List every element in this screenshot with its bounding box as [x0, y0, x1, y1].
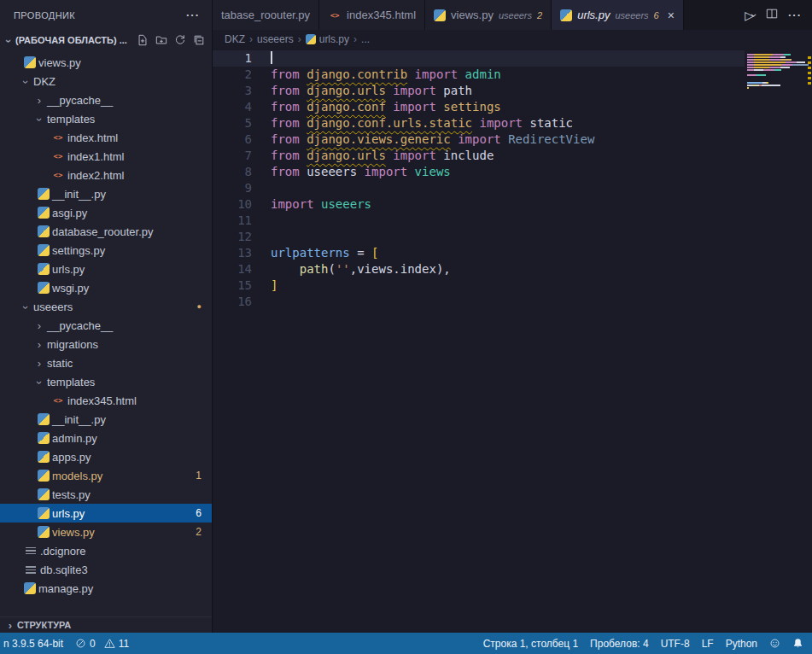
line-number: 14 — [213, 261, 252, 277]
tree-item-label: urls.py — [52, 507, 85, 520]
line-number: 11 — [213, 213, 252, 229]
python-interpreter[interactable]: n 3.9.5 64-bit — [3, 638, 63, 650]
close-icon[interactable]: × — [668, 9, 675, 22]
breadcrumb-item-useeers[interactable]: useeers — [257, 33, 294, 45]
tree-folder-__pycache__[interactable]: ›__pycache__ — [0, 316, 212, 335]
tab-index345.html[interactable]: <>index345.html — [319, 0, 425, 30]
editor-actions: ▷ › ··· — [734, 0, 812, 30]
new-file-icon[interactable] — [137, 34, 149, 46]
breadcrumb-item-DKZ[interactable]: DKZ — [225, 33, 245, 45]
code-line: 5from django.conf.urls.static import sta… — [213, 115, 745, 131]
tab-urls.py[interactable]: urls.pyuseeers6× — [552, 0, 684, 30]
tree-item-label: settings.py — [52, 244, 105, 257]
tree-item-wsgi.py[interactable]: wsgi.py — [0, 278, 212, 297]
refresh-icon[interactable] — [174, 34, 186, 46]
tree-item-__init__.py[interactable]: __init__.py — [0, 410, 212, 429]
minimap-token — [769, 67, 780, 68]
tree-item-label: .dcignore — [40, 545, 85, 558]
run-dropdown-icon[interactable]: › — [748, 14, 760, 17]
tree-item-label: database_roouter.py — [52, 225, 154, 238]
tree-item-manage.py[interactable]: manage.py — [0, 579, 212, 598]
tree-item-__init__.py[interactable]: __init__.py — [0, 184, 212, 203]
minimap-token — [747, 61, 754, 63]
line-number: 2 — [213, 67, 252, 83]
tree-item-urls.py[interactable]: urls.py — [0, 260, 212, 278]
tree-item-index2.html[interactable]: <>index2.html — [0, 166, 212, 184]
new-folder-icon[interactable] — [155, 34, 167, 46]
language-label: Python — [726, 638, 757, 650]
explorer-more-icon[interactable]: ··· — [186, 9, 200, 21]
tree-folder-useeers[interactable]: ›useeers● — [0, 297, 212, 316]
tree-item-asgi.py[interactable]: asgi.py — [0, 203, 212, 222]
code-token: [ — [371, 246, 378, 260]
tab-tabase_roouter.py[interactable]: tabase_roouter.py — [213, 0, 319, 30]
code-token: from — [271, 165, 307, 178]
breadcrumb-separator: › — [249, 33, 253, 45]
vscode-window: ПРОВОДНИК ··· › (РАБОЧАЯ ОБЛАСТЬ) ... vi… — [0, 0, 812, 654]
feedback-icon[interactable] — [769, 638, 780, 649]
tabs: tabase_roouter.py<>index345.htmlviews.py… — [213, 0, 684, 30]
html-file-icon: <> — [51, 171, 65, 179]
tree-item-views.py[interactable]: views.py — [0, 53, 212, 72]
tree-item-apps.py[interactable]: apps.py — [0, 447, 212, 466]
split-editor-icon[interactable] — [766, 8, 778, 23]
tree-item-settings.py[interactable]: settings.py — [0, 241, 212, 260]
code-line: 11 — [213, 213, 745, 229]
indentation-setting[interactable]: Пробелов: 4 — [590, 638, 649, 650]
tree-item-index.html[interactable]: <>index.html — [0, 128, 212, 147]
line-content: import useeers — [252, 196, 371, 213]
code-token: import — [386, 100, 443, 114]
tree-folder-DKZ[interactable]: ›DKZ — [0, 72, 212, 91]
breadcrumb-item-urls.py[interactable]: urls.py — [306, 33, 349, 45]
code-token: admin — [465, 67, 501, 81]
tree-item-tests.py[interactable]: tests.py — [0, 485, 212, 504]
tree-folder-__pycache__[interactable]: ›__pycache__ — [0, 91, 212, 109]
tree-item-models.py[interactable]: models.py1 — [0, 466, 212, 485]
workspace-section-header[interactable]: › (РАБОЧАЯ ОБЛАСТЬ) ... — [0, 30, 212, 50]
line-content: from django.conf import settings — [252, 99, 501, 115]
tree-item-db.sqlite3[interactable]: db.sqlite3 — [0, 560, 212, 579]
encoding-setting[interactable]: UTF-8 — [661, 638, 690, 650]
language-mode[interactable]: Python — [726, 638, 757, 650]
tree-item-admin.py[interactable]: admin.py — [0, 429, 212, 447]
code-token: useeers — [307, 165, 357, 178]
tree-item-urls.py[interactable]: urls.py6 — [0, 504, 212, 523]
code-token: from — [271, 149, 307, 162]
tree-item-label: DKZ — [33, 75, 55, 88]
code-token: static — [529, 116, 573, 130]
tree-item-views.py[interactable]: views.py2 — [0, 523, 212, 541]
tree-item-.dcignore[interactable]: .dcignore — [0, 541, 212, 560]
tab-views.py[interactable]: views.pyuseeers2 — [425, 0, 552, 30]
cursor-position[interactable]: Строка 1, столбец 1 — [483, 638, 578, 650]
minimap[interactable] — [745, 49, 812, 633]
warning-tick — [808, 72, 811, 74]
tree-folder-static[interactable]: ›static — [0, 353, 212, 372]
eol-setting[interactable]: LF — [702, 638, 714, 650]
minimap-line — [747, 74, 812, 76]
tree-item-label: tests.py — [52, 488, 91, 501]
eol-label: LF — [702, 638, 714, 650]
minimap-line — [747, 54, 812, 55]
code-line: 8from useeers import views — [213, 164, 745, 180]
outline-section-header[interactable]: › СТРУКТУРА — [0, 616, 212, 633]
editor-more-icon[interactable]: ··· — [788, 9, 802, 21]
notifications-bell-icon[interactable] — [792, 638, 803, 649]
tree-item-database_roouter.py[interactable]: database_roouter.py — [0, 222, 212, 241]
minimap-token — [767, 82, 768, 84]
editor-group: tabase_roouter.py<>index345.htmlviews.py… — [213, 0, 812, 633]
tab-detail: useeers — [615, 10, 648, 20]
tree-item-index345.html[interactable]: <>index345.html — [0, 391, 212, 410]
problems-indicator[interactable]: 0 11 — [75, 638, 129, 650]
breadcrumb-item-...[interactable]: ... — [361, 33, 370, 45]
code-editor[interactable]: 12from django.contrib import admin3from … — [213, 49, 812, 633]
tree-folder-migrations[interactable]: ›migrations — [0, 335, 212, 353]
collapse-all-icon[interactable] — [193, 34, 205, 46]
tree-item-label: index.html — [67, 131, 118, 144]
tab-bar: tabase_roouter.py<>index345.htmlviews.py… — [213, 0, 812, 30]
tree-folder-templates[interactable]: ›templates — [0, 372, 212, 391]
tree-folder-templates[interactable]: ›templates — [0, 109, 212, 128]
chevron-down-icon: › — [20, 302, 32, 312]
python-file-icon — [24, 582, 36, 594]
tree-item-index1.html[interactable]: <>index1.html — [0, 147, 212, 166]
minimap-token — [747, 64, 754, 66]
